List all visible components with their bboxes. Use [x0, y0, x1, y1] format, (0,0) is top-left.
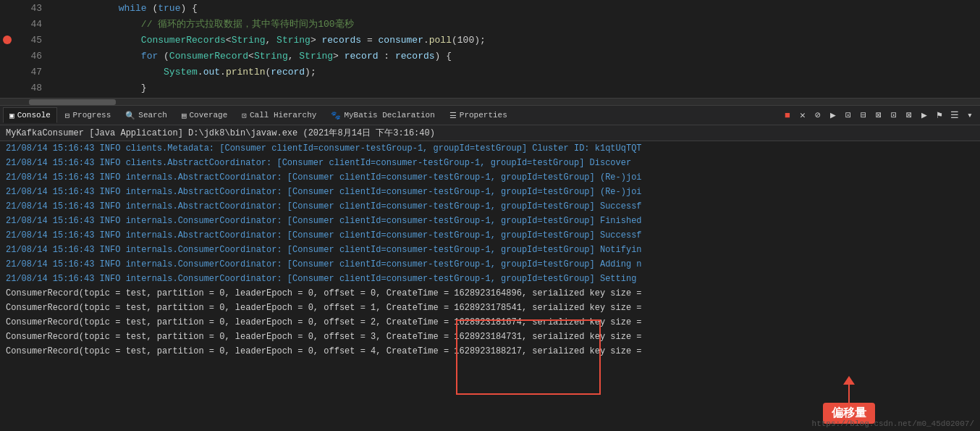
mybatis-tab-icon: 🐾 [331, 111, 341, 120]
tab-callhier[interactable]: ⊡Call Hierarchy [235, 107, 323, 123]
suspend-icon[interactable]: ⊘ [811, 108, 825, 122]
line-content: // 循环的方式拉取数据，其中等待时间为100毫秒 [51, 17, 980, 30]
callhier-tab-label: Call Hierarchy [250, 111, 316, 120]
main-container: 43 while (true) {44 // 循环的方式拉取数据，其中等待时间为… [0, 0, 980, 431]
step-into-icon[interactable]: ⊡ [841, 108, 856, 122]
console-output-area: 21/08/14 15:16:43 INFO clients.Metadata:… [0, 141, 980, 431]
console-line: ConsumerRecord(topic = test, partition =… [0, 286, 980, 301]
tab-properties[interactable]: ☰Properties [443, 107, 514, 123]
console-line: ConsumerRecord(topic = test, partition =… [0, 330, 980, 344]
tab-coverage[interactable]: ▤Coverage [175, 107, 234, 123]
mybatis-tab-label: MyBatis Declaration [344, 111, 434, 120]
progress-tab-icon: ⊟ [65, 111, 70, 120]
code-line: 44 // 循环的方式拉取数据，其中等待时间为100毫秒 [0, 16, 980, 32]
toolbar: ■✕⊘▶⊡⊟⊠⊡⊠▶⚑☰▾ [780, 108, 977, 122]
tab-console[interactable]: ▣Console [3, 107, 57, 123]
code-line: 46 for (ConsumerRecord<String, String> r… [0, 48, 980, 64]
tab-progress[interactable]: ⊟Progress [59, 107, 117, 123]
console-header-text: MyKafkaConsumer [Java Application] D:\jd… [6, 128, 435, 138]
console-line: 21/08/14 15:16:43 INFO internals.Consume… [0, 272, 980, 286]
run-icon[interactable]: ▶ [917, 108, 932, 122]
console-header: MyKafkaConsumer [Java Application] D:\jd… [0, 125, 980, 141]
properties-tab-label: Properties [460, 111, 507, 120]
code-line: 45 ConsumerRecords<String, String> recor… [0, 32, 980, 48]
step-return-icon[interactable]: ⊠ [871, 108, 886, 122]
line-content: while (true) { [51, 3, 980, 14]
editor-scrollbar[interactable] [0, 98, 980, 105]
console-line: 21/08/14 15:16:43 INFO internals.Abstrac… [0, 199, 980, 214]
line-number: 45 [14, 35, 51, 46]
search-tab-icon: 🔍 [125, 111, 135, 120]
line-number: 47 [14, 67, 51, 78]
line-number: 44 [14, 19, 51, 30]
console-line: 21/08/14 15:16:43 INFO internals.Abstrac… [0, 170, 980, 185]
console-line: 21/08/14 15:16:43 INFO internals.Consume… [0, 257, 980, 272]
console-line: ConsumerRecord(topic = test, partition =… [0, 301, 980, 315]
tab-bar: ▣Console⊟Progress🔍Search▤Coverage⊡Call H… [0, 105, 980, 125]
code-line: 47 System.out.println(record); [0, 64, 980, 80]
console-line: 21/08/14 15:16:43 INFO internals.Abstrac… [0, 185, 980, 199]
stop-icon[interactable]: ■ [780, 108, 795, 122]
search-tab-label: Search [138, 111, 167, 120]
dropdown-icon[interactable]: ▾ [963, 108, 977, 122]
line-number: 48 [14, 83, 51, 93]
progress-tab-label: Progress [72, 111, 111, 120]
arrow-stem [848, 385, 850, 403]
console-line: 21/08/14 15:16:43 INFO clients.AbstractC… [0, 156, 980, 170]
view2-icon[interactable]: ⊠ [902, 108, 916, 122]
view1-icon[interactable]: ⊡ [887, 108, 901, 122]
line-content: } [51, 83, 980, 93]
highlight-anchor [492, 389, 494, 390]
coverage-tab-icon: ▤ [182, 111, 187, 120]
scrollbar-thumb[interactable] [29, 99, 116, 105]
annotation-container: 偏移量 [823, 376, 875, 424]
breakpoint-dot[interactable] [3, 35, 12, 44]
step-over-icon[interactable]: ⊟ [856, 108, 871, 122]
line-number: 46 [14, 51, 51, 62]
line-content: ConsumerRecords<String, String> records … [51, 35, 980, 46]
terminate-icon[interactable]: ✕ [795, 108, 810, 122]
line-content: for (ConsumerRecord<String, String> reco… [51, 51, 980, 62]
console-line: 21/08/14 15:16:43 INFO internals.Abstrac… [0, 228, 980, 243]
coverage-tab-label: Coverage [190, 111, 228, 120]
line-content: System.out.println(record); [51, 67, 980, 78]
watermark: https://blog.csdn.net/m0_45d02007/ [812, 419, 974, 428]
resume-icon[interactable]: ▶ [826, 108, 840, 122]
console-line: 21/08/14 15:16:43 INFO clients.Metadata:… [0, 141, 980, 156]
properties-tab-icon: ☰ [449, 111, 457, 120]
tab-mybatis[interactable]: 🐾MyBatis Declaration [324, 107, 441, 123]
console-line: ConsumerRecord(topic = test, partition =… [0, 315, 980, 330]
tab-search[interactable]: 🔍Search [119, 107, 174, 123]
console-line: 21/08/14 15:16:43 INFO internals.Consume… [0, 243, 980, 257]
menu-icon[interactable]: ☰ [947, 108, 962, 122]
pin-icon[interactable]: ⚑ [932, 108, 947, 122]
code-line: 43 while (true) { [0, 0, 980, 16]
callhier-tab-icon: ⊡ [242, 111, 247, 120]
console-tab-label: Console [17, 111, 51, 120]
console-line: ConsumerRecord(topic = test, partition =… [0, 344, 980, 359]
console-tab-icon: ▣ [9, 111, 14, 120]
code-line: 48 } [0, 80, 980, 96]
code-editor: 43 while (true) {44 // 循环的方式拉取数据，其中等待时间为… [0, 0, 980, 98]
console-line: 21/08/14 15:16:43 INFO internals.Consume… [0, 214, 980, 228]
arrow-up-icon [843, 376, 855, 385]
line-number: 43 [14, 3, 51, 14]
